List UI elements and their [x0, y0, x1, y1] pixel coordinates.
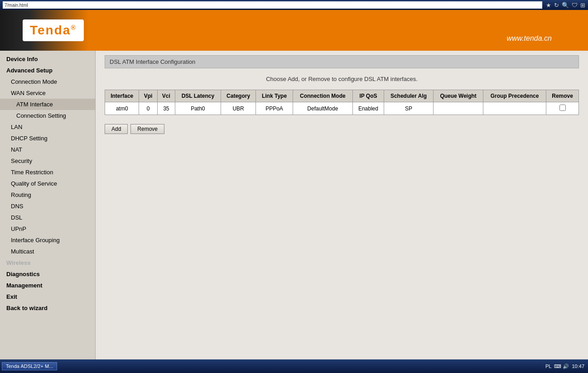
- page-description: Choose Add, or Remove to configure DSL A…: [105, 76, 579, 82]
- sidebar-item-lan[interactable]: LAN: [0, 121, 95, 133]
- col-group-precedence: Group Precedence: [483, 90, 546, 102]
- refresh-icon[interactable]: ↻: [554, 2, 559, 9]
- table-cell: SP: [384, 102, 433, 115]
- search-icon[interactable]: 🔍: [562, 2, 569, 9]
- table-cell: Enabled: [353, 102, 384, 115]
- table-cell: atm0: [105, 102, 139, 115]
- table-cell: 35: [157, 102, 175, 115]
- table-cell: 0: [139, 102, 157, 115]
- table-row: atm0035Path0UBRPPPoADefaultModeEnabledSP: [105, 102, 579, 115]
- col-queue-weight: Queue Weight: [434, 90, 483, 102]
- header-website: www.tenda.cn: [506, 34, 552, 43]
- sidebar-item-nat[interactable]: NAT: [0, 144, 95, 155]
- titlebar-icons: ★ ↻ 🔍 🛡 ⊞: [546, 2, 585, 9]
- sidebar-item-time-restriction[interactable]: Time Restriction: [0, 167, 95, 178]
- taskbar-time: 10:47: [572, 363, 584, 369]
- table-cell: [434, 102, 483, 115]
- col-scheduler-alg: Scheduler Alg: [384, 90, 433, 102]
- col-remove: Remove: [546, 90, 579, 102]
- atm-table: Interface Vpi Vci DSL Latency Category L…: [105, 90, 579, 115]
- remove-button[interactable]: Remove: [130, 124, 164, 134]
- remove-checkbox[interactable]: [559, 105, 566, 111]
- col-link-type: Link Type: [256, 90, 293, 102]
- col-ip-qos: IP QoS: [353, 90, 384, 102]
- sidebar-item-management[interactable]: Management: [0, 280, 95, 291]
- sidebar: Device Info Advanced Setup Connection Mo…: [0, 51, 95, 369]
- sidebar-item-dhcp-setting[interactable]: DHCP Setting: [0, 133, 95, 144]
- taskbar: Tenda ADSL2/2+ M... PL ⌨ 🔊 10:47: [0, 359, 588, 373]
- col-category: Category: [221, 90, 256, 102]
- sidebar-item-interface-grouping[interactable]: Interface Grouping: [0, 234, 95, 246]
- sidebar-item-connection-setting[interactable]: Connection Setting: [0, 110, 95, 121]
- add-button[interactable]: Add: [105, 124, 128, 134]
- table-cell: DefaultMode: [293, 102, 352, 115]
- address-bar[interactable]: 7/main.html: [3, 1, 542, 9]
- sidebar-item-diagnostics[interactable]: Diagnostics: [0, 268, 95, 280]
- taskbar-left: Tenda ADSL2/2+ M...: [2, 362, 57, 370]
- header: Tenda® www.tenda.cn: [0, 10, 588, 51]
- page-title: DSL ATM Interface Configuration: [105, 55, 579, 68]
- star-icon[interactable]: ★: [546, 2, 551, 9]
- sidebar-item-connection-mode[interactable]: Connection Mode: [0, 76, 95, 87]
- col-connection-mode: Connection Mode: [293, 90, 352, 102]
- logo-text: Tenda®: [30, 23, 77, 37]
- logo-box: Tenda®: [23, 19, 84, 41]
- button-row: Add Remove: [105, 124, 579, 134]
- sidebar-item-dsl[interactable]: DSL: [0, 212, 95, 223]
- sidebar-item-advanced-setup[interactable]: Advanced Setup: [0, 65, 95, 76]
- sidebar-item-wan-service[interactable]: WAN Service: [0, 87, 95, 99]
- col-vpi: Vpi: [139, 90, 157, 102]
- taskbar-right: PL ⌨ 🔊 10:47: [545, 363, 586, 369]
- table-cell: UBR: [221, 102, 256, 115]
- window-icon[interactable]: ⊞: [580, 2, 585, 9]
- table-cell: [483, 102, 546, 115]
- col-interface: Interface: [105, 90, 139, 102]
- remove-cell: [546, 102, 579, 115]
- sidebar-item-exit[interactable]: Exit: [0, 291, 95, 302]
- main-content: DSL ATM Interface Configuration Choose A…: [95, 51, 588, 369]
- sidebar-item-atm-interface[interactable]: ATM Interface: [0, 99, 95, 110]
- col-dsl-latency: DSL Latency: [175, 90, 221, 102]
- col-vci: Vci: [157, 90, 175, 102]
- table-cell: PPPoA: [256, 102, 293, 115]
- sidebar-item-wireless: Wireless: [0, 257, 95, 268]
- sidebar-item-security[interactable]: Security: [0, 155, 95, 167]
- sidebar-item-dns[interactable]: DNS: [0, 201, 95, 212]
- sidebar-item-quality-of-service[interactable]: Quality of Service: [0, 178, 95, 189]
- table-header-row: Interface Vpi Vci DSL Latency Category L…: [105, 90, 579, 102]
- sidebar-item-device-info[interactable]: Device Info: [0, 53, 95, 65]
- sidebar-item-back-to-wizard[interactable]: Back to wizard: [0, 302, 95, 314]
- sidebar-item-routing[interactable]: Routing: [0, 189, 95, 201]
- titlebar: 7/main.html ★ ↻ 🔍 🛡 ⊞: [0, 0, 588, 10]
- sidebar-item-upnp[interactable]: UPnP: [0, 223, 95, 234]
- shield-icon: 🛡: [572, 2, 578, 9]
- taskbar-lang: PL: [545, 363, 551, 369]
- taskbar-icons: ⌨ 🔊: [554, 363, 569, 369]
- taskbar-app[interactable]: Tenda ADSL2/2+ M...: [2, 362, 57, 370]
- table-cell: Path0: [175, 102, 221, 115]
- sidebar-item-multicast[interactable]: Multicast: [0, 246, 95, 257]
